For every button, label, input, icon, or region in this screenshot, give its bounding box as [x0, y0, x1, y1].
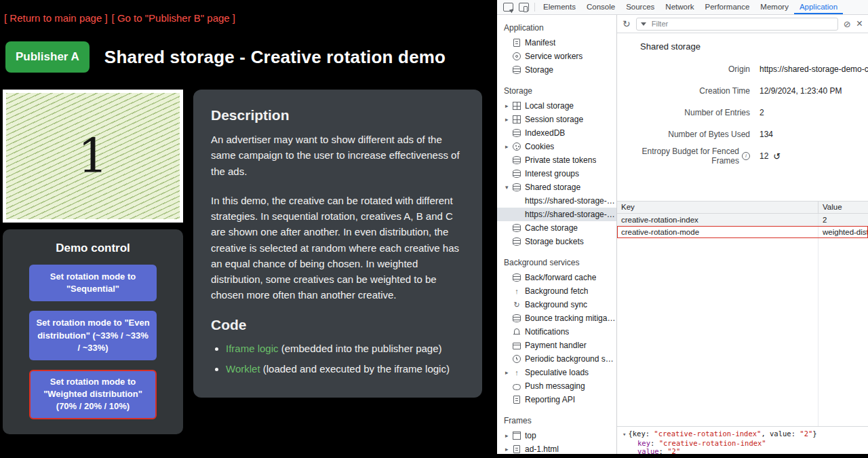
preview-segment: , value:: [761, 430, 800, 438]
device-toolbar-icon[interactable]: [519, 3, 529, 12]
preview-colon: :: [650, 439, 659, 447]
panel-toolbar: ↻ ⊘ ×: [617, 15, 868, 33]
sidebar-item[interactable]: https://shared-storage-d…: [497, 208, 616, 221]
sidebar-item[interactable]: Push messaging: [497, 379, 616, 393]
chevron-right-icon[interactable]: ▸: [505, 116, 513, 123]
database-icon: [513, 314, 521, 322]
sync-icon: ↻: [513, 301, 521, 309]
clear-block-icon[interactable]: ⊘: [844, 20, 851, 28]
devtools-tab-elements[interactable]: Elements: [538, 0, 581, 14]
sidebar-section-title: Application: [497, 19, 616, 36]
sidebar-item[interactable]: Periodic background s…: [497, 352, 616, 366]
devtools-tab-sources[interactable]: Sources: [620, 0, 660, 14]
sidebar-item[interactable]: ▸Session storage: [497, 113, 616, 126]
sidebar-item-label: Back/forward cache: [525, 273, 596, 282]
metadata-row: Number of Bytes Used134: [617, 123, 868, 145]
devtools-tab-performance[interactable]: Performance: [700, 0, 755, 14]
sidebar-item-label: Payment handler: [525, 341, 587, 350]
devtools-tab-application[interactable]: Application: [794, 0, 843, 14]
publisher-b-link[interactable]: [ Go to "Publisher B" page ]: [112, 12, 235, 24]
description-heading: Description: [211, 107, 465, 123]
metadata-label: Number of Entries: [617, 108, 750, 117]
refresh-icon[interactable]: ↻: [623, 19, 631, 28]
filter-box[interactable]: [636, 18, 838, 31]
sidebar-item-label: https://shared-storage-d…: [525, 196, 616, 206]
code-item-text: (embedded into the publisher page): [279, 343, 442, 354]
sidebar-item-label: Shared storage: [525, 183, 580, 192]
shared-storage-panel: ↻ ⊘ × Shared storage Originhttps://share…: [617, 15, 868, 458]
sidebar-item[interactable]: Payment handler: [497, 339, 616, 352]
chevron-right-icon[interactable]: ▸: [505, 446, 513, 453]
table-rows: creative-rotation-index2creative-rotatio…: [617, 214, 868, 238]
devtools-tab-console[interactable]: Console: [581, 0, 620, 14]
grid-icon: [513, 115, 521, 123]
rotation-mode-button-1[interactable]: Set rotation mode to "Sequential": [29, 265, 157, 301]
iframe-logic-link[interactable]: Iframe logic: [226, 343, 279, 354]
sidebar-item[interactable]: Notifications: [497, 325, 616, 339]
sidebar-item[interactable]: Interest groups: [497, 167, 616, 180]
sidebar-item[interactable]: Storage buckets: [497, 235, 616, 248]
database-icon: [513, 237, 521, 246]
sidebar-item[interactable]: IndexedDB: [497, 126, 616, 140]
storage-entry-row[interactable]: creative-rotation-modeweighted-dist: [617, 226, 868, 238]
sidebar-item[interactable]: Cache storage: [497, 221, 616, 235]
demo-buttons: Set rotation mode to "Sequential"Set rot…: [3, 265, 183, 419]
preview-key: key: [637, 439, 650, 447]
sidebar-item[interactable]: Bounce tracking mitiga…: [497, 311, 616, 325]
sidebar-item-label: Storage: [525, 65, 553, 75]
rotation-mode-button-3[interactable]: Set rotation mode to "Weighted distribut…: [29, 370, 157, 419]
code-heading: Code: [211, 317, 465, 333]
devtools-tab-network[interactable]: Network: [660, 0, 699, 14]
sidebar-item-label: https://shared-storage-d…: [525, 210, 616, 219]
storage-entry-row[interactable]: creative-rotation-index2: [617, 214, 868, 226]
chevron-right-icon[interactable]: ▸: [505, 432, 513, 439]
doc-icon: [513, 445, 520, 453]
sidebar-item[interactable]: ▸top: [497, 429, 616, 442]
expand-caret-icon[interactable]: ▾: [623, 431, 626, 438]
sidebar-item[interactable]: Reporting API: [497, 393, 616, 406]
code-list-item: Iframe logic (embedded into the publishe…: [226, 341, 465, 357]
close-icon[interactable]: ×: [856, 18, 863, 29]
chevron-right-icon[interactable]: ▸: [505, 369, 513, 376]
sidebar-item[interactable]: Private state tokens: [497, 153, 616, 167]
sidebar-item[interactable]: Service workers: [497, 50, 616, 63]
preview-segment: "2": [800, 430, 812, 438]
chevron-down-icon[interactable]: ▾: [505, 184, 513, 191]
rotation-mode-button-2[interactable]: Set rotation mode to "Even distribution"…: [29, 311, 157, 360]
worklet-link[interactable]: Worklet: [226, 363, 260, 375]
chevron-right-icon[interactable]: ▸: [505, 102, 513, 109]
column-header-value[interactable]: Value: [818, 202, 868, 213]
column-header-key[interactable]: Key: [617, 202, 818, 213]
sidebar-section-title: Storage: [497, 82, 616, 99]
devtools-window: ElementsConsoleSourcesNetworkPerformance…: [497, 0, 868, 458]
table-header: Key Value: [617, 201, 868, 214]
sidebar-item[interactable]: ▸↑Speculative loads: [497, 366, 616, 379]
sidebar-item[interactable]: https://shared-storage-d…: [497, 194, 616, 208]
preview-segment: {key:: [628, 430, 654, 438]
sidebar-item[interactable]: ↑Background fetch: [497, 284, 616, 298]
metadata-label: Creation Time: [617, 86, 750, 96]
code-list: Iframe logic (embedded into the publishe…: [211, 341, 465, 377]
return-main-link[interactable]: [ Return to main page ]: [4, 12, 108, 24]
sidebar-item[interactable]: ▸Local storage: [497, 99, 616, 113]
metadata-value: https://shared-storage-demo-co: [760, 64, 868, 74]
database-icon: [513, 156, 521, 164]
sidebar-item[interactable]: ▾Shared storage: [497, 180, 616, 194]
sidebar-item-label: Notifications: [525, 327, 569, 337]
preview-segment: "creative-rotation-index": [654, 430, 761, 438]
chevron-right-icon[interactable]: ▸: [505, 143, 513, 150]
sidebar-item-label: Interest groups: [525, 169, 579, 178]
sidebar-item[interactable]: Back/forward cache: [497, 271, 616, 284]
filter-input[interactable]: [650, 19, 833, 28]
toolbar-divider: [534, 3, 535, 12]
devtools-tab-memory[interactable]: Memory: [755, 0, 794, 14]
table-empty-area: [617, 238, 868, 426]
sidebar-item[interactable]: ▸Cookies: [497, 140, 616, 153]
sidebar-item[interactable]: Storage: [497, 63, 616, 77]
inspect-element-icon[interactable]: [503, 3, 513, 12]
page-header: Publisher A Shared storage - Creative ro…: [5, 41, 497, 73]
sidebar-item[interactable]: Manifest: [497, 36, 616, 50]
sidebar-item[interactable]: ↻Background sync: [497, 298, 616, 311]
cookie-icon: [513, 142, 521, 151]
reset-icon[interactable]: ↺: [773, 151, 781, 161]
